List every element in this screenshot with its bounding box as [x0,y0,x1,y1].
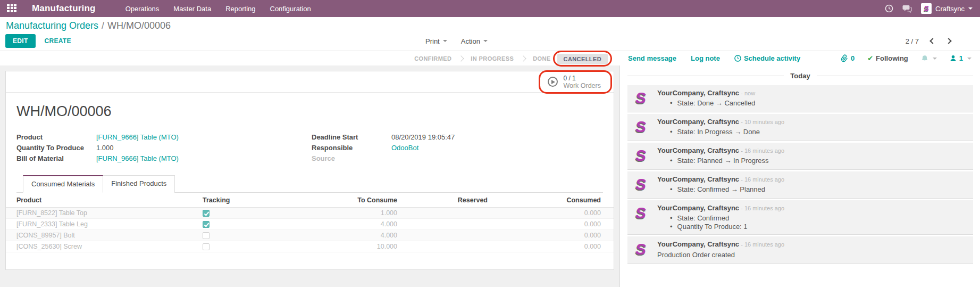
chatter-message[interactable]: S YourCompany, Craftsync16 minutes ago S… [627,143,973,170]
cell-consumed: 0.000 [488,232,614,239]
person-icon [950,55,957,62]
field-label-deadline: Deadline Start [312,133,391,141]
field-value-product[interactable]: [FURN_9666] Table (MTO) [96,133,312,141]
pager-previous-icon[interactable] [929,38,935,44]
message-bullet: State: Confirmed [657,214,784,222]
table-row[interactable]: [CONS_89957] Bolt 4.000 0.000 [6,230,614,241]
bell-icon [921,55,928,62]
top-navbar: Manufacturing Operations Master Data Rep… [0,0,980,17]
pager-counter: 2 / 7 [906,37,919,45]
status-in-progress[interactable]: IN PROGRESS [464,53,520,64]
statusbar-row: CONFIRMED IN PROGRESS DONE CANCELLED Sen… [0,51,980,65]
field-value-source [391,154,455,162]
message-timestamp: 16 minutes ago [739,241,784,248]
message-bullet: State: Confirmed → Planned [657,185,784,193]
breadcrumb: Manufacturing Orders / WH/MO/00006 [0,17,980,31]
cell-consumed: 0.000 [488,243,614,250]
message-timestamp: now [739,90,755,96]
table-row[interactable]: [FURN_2333] Table Leg 4.000 0.000 [6,219,614,230]
activities-clock-icon[interactable] [885,4,893,13]
avatar: S [631,203,651,223]
page-title: WH/MO/00006 [16,103,603,120]
attachments-button[interactable]: 0 [841,54,855,62]
control-panel: EDIT CREATE Print Action 2 / 7 [0,31,980,51]
action-dropdown[interactable]: Action [461,37,488,45]
form-area: 0 / 1 Work Orders WH/MO/00006 Product [F… [0,65,619,287]
avatar: S [631,145,651,166]
breadcrumb-parent[interactable]: Manufacturing Orders [6,20,98,31]
cell-to-consume: 10.000 [293,243,397,250]
clock-icon [734,55,741,62]
chatter-message[interactable]: S YourCompany, Craftsync16 minutes ago S… [627,171,973,199]
print-dropdown[interactable]: Print [425,37,447,45]
chatter-panel: Today S YourCompany, Craftsyncnow State:… [619,65,980,287]
chevron-down-icon [443,40,447,42]
schedule-activity-button[interactable]: Schedule activity [734,54,800,62]
menu-reporting[interactable]: Reporting [225,5,255,13]
user-menu[interactable]: S Craftsync [921,3,973,14]
paperclip-icon [841,54,848,62]
edit-button[interactable]: EDIT [5,34,36,48]
field-label-product: Product [16,133,96,141]
followers-button[interactable]: 1 [950,54,971,62]
chevron-down-icon [968,7,973,10]
tracking-checkbox[interactable] [203,221,210,228]
field-group-left: Product [FURN_9666] Table (MTO) Quantity… [16,133,312,162]
create-button[interactable]: CREATE [45,37,71,45]
col-header-reserved: Reserved [397,195,488,204]
message-bullet: State: In Progress → Done [657,128,784,136]
status-cancelled[interactable]: CANCELLED [557,54,608,64]
notification-bell-button[interactable] [921,55,937,62]
table-header-row: Product Tracking To Consume Reserved Con… [6,193,614,208]
message-timestamp: 10 minutes ago [739,119,784,125]
status-confirmed[interactable]: CONFIRMED [408,53,458,64]
chatter-toolbar: Send message Log note Schedule activity … [619,54,980,62]
breadcrumb-current: WH/MO/00006 [107,20,171,31]
pager-next-icon[interactable] [945,38,951,44]
chevron-down-icon [483,40,488,42]
menu-operations[interactable]: Operations [125,5,160,13]
message-author: YourCompany, Craftsync [657,204,739,212]
field-value-bom[interactable]: [FURN_9666] Table (MTO) [96,154,312,162]
user-avatar: S [921,3,932,14]
work-orders-count: 0 / 1 [563,75,601,82]
field-label-source: Source [312,154,391,162]
avatar: S [631,88,651,108]
date-divider: Today [627,72,973,80]
tracking-checkbox[interactable] [203,243,210,250]
breadcrumb-separator: / [102,20,104,31]
tab-consumed-materials[interactable]: Consumed Materials [23,175,103,193]
table-row[interactable]: [FURN_8522] Table Top 1.000 0.000 [6,208,614,219]
stat-button-box: 0 / 1 Work Orders [6,71,614,93]
notebook-tabs: Consumed Materials Finished Products [16,175,603,193]
tab-finished-products[interactable]: Finished Products [103,175,175,193]
apps-grid-icon[interactable] [7,4,18,13]
following-toggle[interactable]: ✔ Following [867,54,908,62]
status-done[interactable]: DONE [526,53,557,64]
chatter-message[interactable]: S YourCompany, Craftsync16 minutes ago P… [627,236,973,264]
tracking-checkbox[interactable] [203,210,210,217]
message-timestamp: 16 minutes ago [739,176,784,183]
message-author: YourCompany, Craftsync [657,146,739,154]
work-orders-label: Work Orders [563,82,601,89]
statusbar: CONFIRMED IN PROGRESS DONE CANCELLED [0,53,619,64]
tracking-checkbox[interactable] [203,232,210,239]
messages-chat-icon[interactable] [902,5,912,13]
send-message-button[interactable]: Send message [628,54,676,62]
table-row[interactable]: [CONS_25630] Screw 10.000 0.000 [6,241,614,252]
chatter-message[interactable]: S YourCompany, Craftsync10 minutes ago S… [627,114,973,141]
chatter-message[interactable]: S YourCompany, Craftsyncnow State: Done … [627,85,973,112]
col-header-tracking: Tracking [203,195,293,204]
cell-product: [FURN_2333] Table Leg [6,220,203,228]
check-icon: ✔ [867,54,873,62]
cell-product: [CONS_89957] Bolt [6,232,203,239]
field-value-responsible[interactable]: OdooBot [391,144,455,152]
app-title[interactable]: Manufacturing [32,3,96,14]
chatter-message[interactable]: S YourCompany, Craftsync16 minutes ago S… [627,200,973,235]
log-note-button[interactable]: Log note [691,54,720,62]
menu-configuration[interactable]: Configuration [270,5,311,13]
work-orders-stat-button[interactable]: 0 / 1 Work Orders [542,73,608,91]
field-value-deadline: 08/20/2019 19:05:47 [391,133,455,141]
menu-master-data[interactable]: Master Data [173,5,211,13]
message-bullet: Quantity To Produce: 1 [657,223,784,231]
